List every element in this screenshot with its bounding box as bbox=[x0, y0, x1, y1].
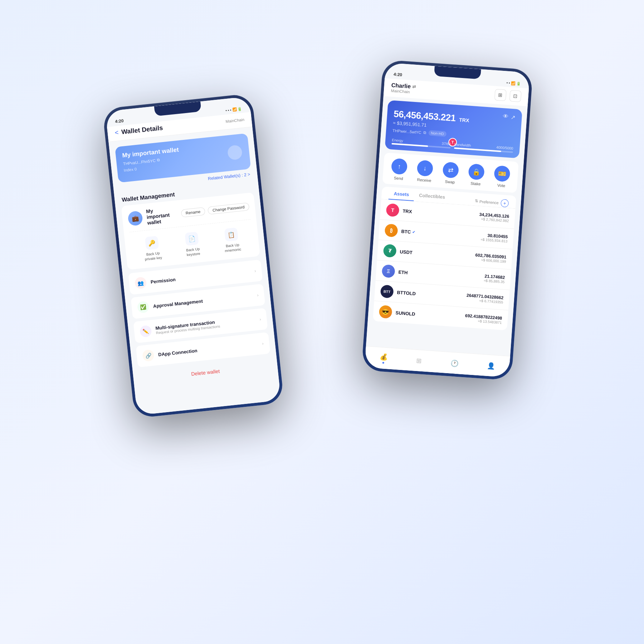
dapp-label: DApp Connection bbox=[158, 341, 258, 357]
screen-wallet: 4:20 ▪ ▪ ▪ 📶 🔋 < Wallet Details MainChai… bbox=[105, 96, 281, 415]
header-icons: ⊞ ⊡ bbox=[494, 89, 522, 102]
wallet-management-card: 💼 My important wallet Rename Change Pass… bbox=[121, 192, 260, 270]
swap-label: Swap bbox=[445, 179, 455, 184]
send-icon: ↑ bbox=[391, 158, 408, 175]
dapp-text: DApp Connection bbox=[158, 341, 258, 357]
bottom-nav: 💰 ⊞ 🕐 👤 bbox=[365, 346, 510, 377]
scan-button[interactable]: ⊞ bbox=[494, 89, 507, 101]
eye-icon[interactable]: 👁 bbox=[503, 113, 509, 120]
vote-action[interactable]: 🎫 Vote bbox=[493, 165, 511, 188]
eth-logo-icon: Ξ bbox=[381, 264, 395, 278]
backup-row: 🔑 Back Upprivate key 📄 Back Upkeystore 📋… bbox=[130, 223, 254, 264]
trx-amounts: 34,234,453.126 ≈$ 2,760,842.982 bbox=[479, 212, 509, 223]
receive-action[interactable]: ↓ Receive bbox=[416, 160, 433, 183]
usdt-logo-icon: ₮ bbox=[383, 244, 396, 258]
approval-label: Approval Management bbox=[153, 293, 253, 309]
mgmt-buttons: Rename Change Password bbox=[181, 203, 250, 218]
permission-label: Permission bbox=[150, 269, 250, 284]
backup-mnemonic-icon: 📋 bbox=[224, 228, 239, 242]
rename-button[interactable]: Rename bbox=[181, 207, 206, 218]
stake-label: Stake bbox=[470, 181, 481, 186]
asset-list: T TRX 34,234,453.126 ≈$ 2,760,842.982 ₿ … bbox=[373, 199, 516, 330]
btt-symbol: BTTOLD bbox=[397, 289, 467, 300]
bandwidth-bar: Bandwidth 4000/5000 bbox=[454, 142, 513, 153]
usdt-symbol: USDT bbox=[400, 249, 475, 259]
tab-assets[interactable]: Assets bbox=[389, 190, 414, 201]
add-asset-button[interactable]: + bbox=[501, 199, 509, 207]
send-action[interactable]: ↑ Send bbox=[390, 158, 408, 181]
swap-action[interactable]: ⇄ Swap bbox=[442, 162, 459, 185]
backup-private-key-label: Back Upprivate key bbox=[144, 250, 162, 262]
nav-dot bbox=[382, 362, 384, 364]
wallet-avatar: 💼 bbox=[127, 210, 143, 226]
status-time-right: 4:20 bbox=[394, 72, 402, 78]
status-time-left: 4:20 bbox=[115, 118, 124, 124]
preference-button[interactable]: ⇅ Preference bbox=[475, 199, 499, 205]
vote-label: Vote bbox=[497, 183, 506, 188]
approval-chevron: › bbox=[257, 293, 259, 298]
backup-mnemonic-label: Back Upmnemonic bbox=[224, 242, 241, 253]
energy-bandwidth: T Energy 37/60 Bandwi bbox=[391, 138, 513, 153]
page-title: Wallet Details bbox=[121, 124, 163, 136]
nav-assets[interactable]: 💰 bbox=[379, 352, 388, 364]
usdt-amounts: 602,786.035091 ≈$ 606,000.199 bbox=[475, 252, 506, 263]
qr-button[interactable]: ⊡ bbox=[509, 90, 522, 102]
expand-icon[interactable]: ↗ bbox=[511, 114, 516, 121]
sun-logo-icon: 😎 bbox=[379, 305, 392, 318]
backup-keystore[interactable]: 📄 Back Upkeystore bbox=[184, 231, 200, 257]
btt-logo-icon: BTT bbox=[380, 285, 394, 298]
backup-mnemonic[interactable]: 📋 Back Upmnemonic bbox=[223, 227, 241, 253]
receive-label: Receive bbox=[417, 177, 431, 183]
chain-badge: MainChain bbox=[225, 117, 245, 123]
change-password-button[interactable]: Change Password bbox=[208, 203, 250, 215]
dapp-chevron: › bbox=[262, 341, 264, 346]
btc-logo-icon: ₿ bbox=[384, 224, 398, 237]
trx-logo-icon: T bbox=[386, 203, 399, 217]
backup-private-key-icon: 🔑 bbox=[145, 236, 159, 250]
eth-amounts: 21.174682 ≈$ 85,885.35 bbox=[484, 273, 505, 284]
screen-main: 4:20 ▪ ▪ 📶 🔋 Charlie ⇄ MainChain ⊞ ⊡ bbox=[365, 63, 530, 377]
backup-keystore-icon: 📄 bbox=[185, 231, 199, 246]
non-hd-badge: Non-HD bbox=[428, 130, 447, 137]
approval-text: Approval Management bbox=[153, 293, 253, 309]
sun-symbol: SUNOLD bbox=[395, 310, 465, 320]
dapp-icon: 🔗 bbox=[142, 349, 155, 362]
permission-chevron: › bbox=[254, 268, 256, 273]
approval-icon: ✅ bbox=[137, 301, 150, 313]
stake-action[interactable]: 🔒 Stake bbox=[468, 164, 485, 186]
energy-bar: Energy 37/60 bbox=[391, 138, 451, 148]
trx-symbol: TRX bbox=[402, 208, 479, 219]
backup-private-key[interactable]: 🔑 Back Upprivate key bbox=[142, 235, 162, 262]
nav-stack[interactable]: ⊞ bbox=[416, 356, 422, 365]
status-icons-right: ▪ ▪ 📶 🔋 bbox=[506, 81, 521, 86]
btc-symbol: BTC ✔ bbox=[401, 229, 481, 240]
multisig-text: Multi-signature transaction Request or p… bbox=[155, 315, 256, 335]
multisig-icon: ✏️ bbox=[140, 325, 152, 337]
swap-icon: ⇄ bbox=[442, 162, 459, 179]
balance-unit: TRX bbox=[459, 117, 469, 123]
balance-card-top-icons: 👁 ↗ bbox=[503, 113, 516, 121]
btt-amounts: 2648771.04328662 ≈$ 6.77419355 bbox=[466, 293, 504, 304]
phone-right: 4:20 ▪ ▪ 📶 🔋 Charlie ⇄ MainChain ⊞ ⊡ bbox=[361, 59, 533, 380]
send-label: Send bbox=[394, 176, 403, 181]
mgmt-wallet-name: My important wallet bbox=[146, 205, 177, 226]
backup-keystore-label: Back Upkeystore bbox=[186, 247, 200, 257]
eth-symbol: ETH bbox=[398, 269, 484, 280]
back-button[interactable]: < bbox=[114, 129, 119, 137]
receive-icon: ↓ bbox=[416, 160, 433, 177]
action-row: ↑ Send ↓ Receive ⇄ Swap 🔒 Stake bbox=[382, 152, 519, 193]
permission-text: Permission bbox=[150, 269, 250, 284]
balance-card: 👁 ↗ 56,456,453.221 TRX ≈ $3,951,951.71 T… bbox=[385, 100, 522, 158]
sun-amounts: 692.418878222498 ≈$ 13.5483871 bbox=[465, 313, 502, 325]
permission-icon: 👥 bbox=[135, 277, 147, 289]
btc-amounts: 30.810455 ≈$ 1555,934.813 bbox=[480, 232, 508, 243]
vote-icon: 🎫 bbox=[494, 165, 511, 182]
nav-history[interactable]: 🕐 bbox=[450, 359, 458, 367]
stake-icon: 🔒 bbox=[468, 164, 485, 180]
status-icons-left: ▪ ▪ ▪ 📶 🔋 bbox=[225, 107, 242, 113]
nav-profile[interactable]: 👤 bbox=[487, 361, 495, 370]
header-left: Charlie ⇄ MainChain bbox=[391, 82, 416, 94]
multisig-chevron: › bbox=[259, 317, 261, 322]
phone-left: 4:20 ▪ ▪ ▪ 📶 🔋 < Wallet Details MainChai… bbox=[102, 93, 284, 418]
